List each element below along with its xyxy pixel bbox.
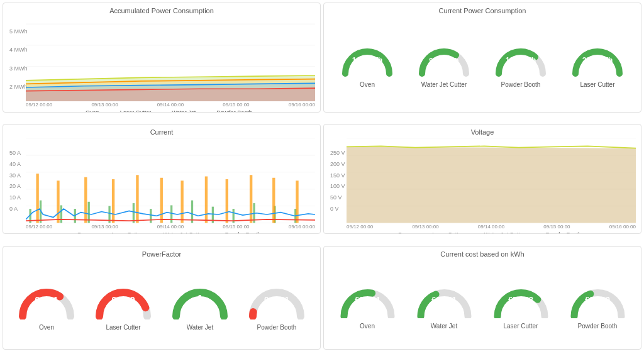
pf-gauge-waterjet: 1 Water Jet xyxy=(169,275,231,331)
cost-gauge-laser-wrap: £53.62 xyxy=(491,277,551,320)
gauge-powderbooth-label: Powder Booth xyxy=(501,81,541,88)
gauge-lasercutter-value: 229 kWh xyxy=(582,56,613,65)
cost-gauge-powder-label: Powder Booth xyxy=(578,323,618,330)
voltage-panel: Voltage 250 V200 V150 V100 V50 V0 V 0 xyxy=(323,124,641,234)
gauge-waterjet: 99.6 kWh Water Jet Cutter xyxy=(416,39,472,88)
svg-rect-39 xyxy=(272,178,275,223)
cost-gauges-row: £34.54 Oven £23.31 Water Jet xyxy=(329,260,636,345)
current-chart-panel: Current 50 A40 A30 A20 A10 A0 A xyxy=(3,124,321,234)
voltage-chart-svg xyxy=(347,138,636,223)
gauge-waterjet-label: Water Jet Cutter xyxy=(421,81,467,88)
pf-gauge-powder-label: Powder Booth xyxy=(257,324,297,331)
svg-rect-36 xyxy=(205,177,208,223)
gauge-oven: 148 kWh Oven xyxy=(339,39,396,88)
pf-gauge-laser-wrap: 0.690 xyxy=(92,275,155,321)
svg-rect-32 xyxy=(112,179,114,223)
cost-gauge-waterjet-wrap: £23.31 xyxy=(414,277,474,320)
current-xaxis: 09/12 00:0009/13 00:0009/14 00:0009/15 0… xyxy=(26,223,315,230)
svg-rect-33 xyxy=(136,175,138,223)
cost-gauge-laser: £53.62 Laser Cutter xyxy=(491,277,551,330)
voltage-yaxis: 250 V200 V150 V100 V50 V0 V xyxy=(330,150,345,211)
svg-rect-29 xyxy=(36,174,38,223)
pf-gauge-oven-wrap: 0.441 xyxy=(15,275,78,321)
accumulated-chart-svg xyxy=(26,17,315,101)
cost-gauge-powder-value: £24.80 xyxy=(585,295,610,304)
svg-rect-34 xyxy=(160,178,163,223)
gauge-oven-value: 148 kWh xyxy=(352,56,383,65)
pf-gauge-powder: 0.0621 Powder Booth xyxy=(245,275,308,331)
cost-title: Current cost based on kWh xyxy=(329,250,636,258)
pf-gauge-oven-label: Oven xyxy=(39,324,54,331)
gauge-powderbooth-value: 106 kWh xyxy=(506,56,536,65)
cost-gauge-oven: £34.54 Oven xyxy=(338,277,397,330)
pf-gauge-powder-wrap: 0.0621 xyxy=(245,275,308,321)
powerfactor-gauges-row: 0.441 Oven 0.690 Laser Cutter xyxy=(8,260,315,345)
pf-gauge-waterjet-wrap: 1 xyxy=(169,275,231,321)
cost-panel: Current cost based on kWh £34.54 Oven xyxy=(323,246,641,350)
cost-gauge-waterjet: £23.31 Water Jet xyxy=(414,277,474,330)
cost-gauge-powder-wrap: £24.80 xyxy=(568,277,628,320)
voltage-legend: Oven Laser Cutter Water Jet Cutter Powde… xyxy=(329,230,636,235)
accumulated-xaxis: 09/12 00:0009/13 00:0009/14 00:0009/15 0… xyxy=(26,101,315,108)
svg-rect-30 xyxy=(57,181,59,223)
svg-rect-35 xyxy=(180,181,183,223)
gauge-oven-svg-wrap: 148 kWh xyxy=(339,39,396,79)
pf-gauge-laser: 0.690 Laser Cutter xyxy=(92,275,155,331)
pf-gauge-oven: 0.441 Oven xyxy=(15,275,78,331)
svg-rect-21 xyxy=(150,209,152,223)
gauge-lasercutter-svg-wrap: 229 kWh xyxy=(569,39,626,79)
pf-gauge-laser-value: 0.690 xyxy=(111,294,135,305)
svg-rect-22 xyxy=(170,206,172,223)
powerfactor-panel: PowerFactor 0.441 Oven xyxy=(3,246,321,350)
current-yaxis: 50 A40 A30 A20 A10 A0 A xyxy=(9,150,21,211)
gauge-lasercutter: 229 kWh Laser Cutter xyxy=(569,39,626,88)
svg-rect-31 xyxy=(84,177,87,223)
svg-rect-37 xyxy=(226,179,228,223)
voltage-xaxis: 09/12 00:0009/13 00:0009/14 00:0009/15 0… xyxy=(347,223,636,230)
gauge-powderbooth: 106 kWh Powder Booth xyxy=(492,39,549,88)
current-power-panel: Current Power Consumption 148 kWh Oven xyxy=(323,3,641,113)
svg-rect-16 xyxy=(60,206,62,223)
cost-gauge-oven-wrap: £34.54 xyxy=(338,277,397,320)
current-power-title: Current Power Consumption xyxy=(329,7,636,14)
cost-gauge-oven-label: Oven xyxy=(360,323,375,330)
powerfactor-title: PowerFactor xyxy=(8,250,315,258)
current-legend: Oven Laser Cutter Water Jet Cutter Powde… xyxy=(8,230,315,235)
gauge-waterjet-svg-wrap: 99.6 kWh xyxy=(416,39,472,79)
cost-gauge-waterjet-label: Water Jet xyxy=(431,323,457,330)
cost-gauge-laser-label: Laser Cutter xyxy=(503,323,538,330)
pf-gauge-laser-label: Laser Cutter xyxy=(106,324,140,331)
svg-rect-38 xyxy=(250,175,252,223)
pf-gauge-oven-value: 0.441 xyxy=(35,294,58,305)
gauge-waterjet-value: 99.6 kWh xyxy=(429,57,459,64)
svg-rect-40 xyxy=(296,181,298,223)
cost-gauge-waterjet-value: £23.31 xyxy=(431,295,457,304)
cost-gauge-powder: £24.80 Powder Booth xyxy=(568,277,628,330)
gauge-powderbooth-svg-wrap: 106 kWh xyxy=(492,39,549,79)
current-title: Current xyxy=(8,128,315,136)
accumulated-yaxis: 5 MWh4 MWh3 MWh2 MWh xyxy=(9,28,28,90)
gauge-oven-label: Oven xyxy=(360,81,375,88)
cost-gauge-laser-value: £53.62 xyxy=(508,295,533,304)
cost-gauge-oven-value: £34.54 xyxy=(355,295,380,304)
pf-gauge-waterjet-label: Water Jet xyxy=(187,324,213,331)
accumulated-title: Accumulated Power Consumption xyxy=(8,7,315,14)
voltage-title: Voltage xyxy=(329,128,636,136)
current-power-gauges-row: 148 kWh Oven 99.6 kWh Water Jet Cutter xyxy=(329,17,636,108)
current-chart-svg xyxy=(26,138,315,223)
pf-gauge-waterjet-value: 1 xyxy=(197,293,203,306)
accumulated-panel: Accumulated Power Consumption 5 MWh4 MWh… xyxy=(3,3,321,113)
accumulated-legend: Oven Laser Cutter Water Jet Powder Booth xyxy=(8,108,315,113)
svg-rect-20 xyxy=(133,203,135,223)
pf-gauge-powder-value: 0.0621 xyxy=(264,295,289,304)
svg-marker-46 xyxy=(347,147,636,223)
gauge-lasercutter-label: Laser Cutter xyxy=(580,81,614,88)
